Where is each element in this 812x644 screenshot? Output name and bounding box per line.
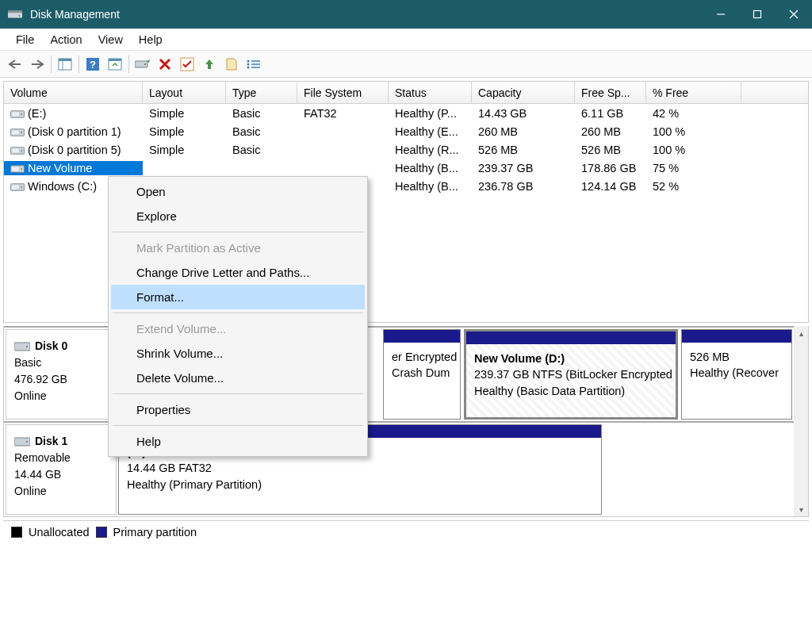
back-button[interactable] <box>5 54 25 75</box>
menu-item[interactable]: Explore <box>111 204 365 228</box>
menu-item[interactable]: Shrink Volume... <box>111 341 365 366</box>
menu-separator <box>113 312 363 313</box>
menu-file[interactable]: File <box>8 31 42 48</box>
column-freespace[interactable]: Free Sp... <box>575 82 646 103</box>
check-button[interactable] <box>177 54 197 75</box>
menu-item: Extend Volume... <box>111 316 365 341</box>
menu-help[interactable]: Help <box>131 31 170 48</box>
menu-item[interactable]: Open <box>111 179 365 204</box>
title-bar: Disk Management <box>0 0 812 29</box>
partition[interactable]: 526 MBHealthy (Recover <box>681 329 792 420</box>
menu-item[interactable]: Format... <box>111 285 365 309</box>
disk-size: 14.44 GB <box>14 468 61 481</box>
app-icon <box>8 8 22 21</box>
column-type[interactable]: Type <box>226 82 297 103</box>
table-row[interactable]: New VolumeHealthy (B...239.37 GB178.86 G… <box>4 159 808 177</box>
legend: Unallocated Primary partition <box>3 520 809 543</box>
column-status[interactable]: Status <box>389 82 472 103</box>
column-capacity[interactable]: Capacity <box>472 82 575 103</box>
menu-item[interactable]: Change Drive Letter and Paths... <box>111 260 365 285</box>
partition[interactable]: New Volume (D:)239.37 GB NTFS (BitLocker… <box>464 329 678 420</box>
table-row[interactable]: (Disk 0 partition 1)SimpleBasicHealthy (… <box>4 122 808 140</box>
column-filesystem[interactable]: File System <box>297 82 389 103</box>
scroll-down-icon[interactable]: ▾ <box>794 502 808 516</box>
context-menu[interactable]: OpenExploreMark Partition as ActiveChang… <box>108 176 368 457</box>
disk-name: Disk 0 <box>35 339 67 352</box>
up-button[interactable] <box>199 54 220 75</box>
properties-button[interactable] <box>221 54 242 75</box>
menu-item[interactable]: Properties <box>111 397 365 422</box>
svg-point-2 <box>19 15 21 17</box>
disk-icon <box>14 341 30 352</box>
svg-point-18 <box>247 63 250 65</box>
menu-separator <box>113 393 363 394</box>
legend-label-unallocated: Unallocated <box>29 526 90 539</box>
svg-point-31 <box>21 150 22 151</box>
table-row[interactable]: (Disk 0 partition 5)SimpleBasicHealthy (… <box>4 140 808 159</box>
disk-icon <box>14 436 30 447</box>
rescan-disks-button[interactable] <box>132 54 153 75</box>
menu-separator <box>113 425 363 426</box>
forward-button[interactable] <box>27 54 48 75</box>
vertical-scrollbar[interactable]: ▴ ▾ <box>794 326 808 516</box>
disk-info-0[interactable]: Disk 0 Basic 476.92 GB Online <box>6 329 117 420</box>
delete-button[interactable] <box>155 54 175 75</box>
svg-point-41 <box>26 441 28 443</box>
svg-point-39 <box>26 346 28 347</box>
window-title: Disk Management <box>30 8 703 21</box>
column-volume[interactable]: Volume <box>4 82 143 103</box>
menu-bar: File Action View Help <box>0 29 812 51</box>
disk-size: 476.92 GB <box>14 373 67 385</box>
disk-status: Online <box>14 389 46 402</box>
menu-separator <box>113 232 363 232</box>
show-hide-tree-button[interactable] <box>55 54 75 75</box>
menu-item[interactable]: Help <box>111 429 365 454</box>
legend-swatch-primary <box>96 527 107 538</box>
partition[interactable]: er EncryptedCrash Dum <box>383 329 461 420</box>
svg-rect-24 <box>12 112 19 116</box>
minimize-button[interactable] <box>703 0 739 29</box>
svg-point-19 <box>247 66 250 68</box>
menu-item[interactable]: Delete Volume... <box>111 366 365 390</box>
scroll-up-icon[interactable]: ▴ <box>794 326 808 340</box>
legend-label-primary: Primary partition <box>113 526 197 539</box>
close-button[interactable] <box>776 0 812 29</box>
column-layout[interactable]: Layout <box>143 82 226 103</box>
toolbar: ? <box>0 51 812 78</box>
svg-rect-36 <box>12 185 19 189</box>
svg-point-28 <box>21 132 22 133</box>
disk-type: Basic <box>14 356 41 369</box>
svg-point-15 <box>144 63 146 65</box>
list-button[interactable] <box>243 54 264 75</box>
disk-name: Disk 1 <box>35 435 67 447</box>
column-pctfree[interactable]: % Free <box>646 82 741 103</box>
svg-rect-33 <box>12 167 19 171</box>
help-button[interactable]: ? <box>82 54 103 75</box>
legend-swatch-unallocated <box>11 527 22 538</box>
svg-point-17 <box>247 59 250 62</box>
disk-type: Removable <box>14 451 71 464</box>
svg-point-34 <box>21 168 22 170</box>
menu-action[interactable]: Action <box>42 31 90 48</box>
svg-rect-4 <box>754 11 761 18</box>
svg-text:?: ? <box>90 59 96 71</box>
table-header: Volume Layout Type File System Status Ca… <box>4 82 808 104</box>
svg-rect-8 <box>59 59 71 61</box>
svg-point-37 <box>21 186 22 188</box>
disk-status: Online <box>14 485 46 497</box>
disk-info-1[interactable]: Disk 1 Removable 14.44 GB Online <box>6 424 117 515</box>
svg-rect-13 <box>109 59 121 61</box>
svg-rect-27 <box>12 130 19 134</box>
svg-point-25 <box>21 113 22 115</box>
menu-item: Mark Partition as Active <box>111 236 365 260</box>
maximize-button[interactable] <box>739 0 776 29</box>
svg-rect-30 <box>12 148 19 152</box>
table-row[interactable]: (E:)SimpleBasicFAT32Healthy (P...14.43 G… <box>4 104 808 122</box>
refresh-button[interactable] <box>105 54 125 75</box>
menu-view[interactable]: View <box>90 31 131 48</box>
svg-rect-1 <box>8 11 22 13</box>
